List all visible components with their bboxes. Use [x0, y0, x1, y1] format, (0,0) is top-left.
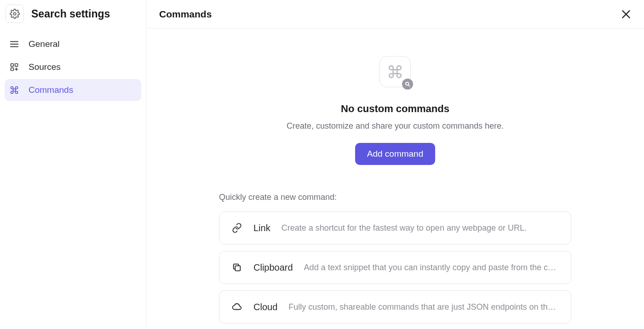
search-badge-icon [402, 79, 413, 90]
sidebar-item-commands[interactable]: Commands [5, 79, 141, 101]
quick-card-desc: Fully custom, shareable commands that ar… [288, 302, 559, 312]
svg-point-0 [13, 12, 16, 15]
sidebar-nav: General Sources Commands [5, 33, 141, 101]
quick-create-label: Quickly create a new command: [219, 193, 571, 202]
quick-card-link[interactable]: Link Create a shortcut for the fastest w… [219, 211, 571, 244]
svg-rect-4 [11, 64, 14, 67]
quick-card-cloud[interactable]: Cloud Fully custom, shareable commands t… [219, 290, 571, 323]
sidebar: Search settings General Sources Commands [0, 0, 146, 329]
svg-rect-11 [235, 266, 240, 271]
sidebar-item-label: Commands [29, 85, 73, 95]
main: Commands No custom commands Create, cust… [146, 0, 644, 329]
quick-card-name: Cloud [253, 302, 277, 312]
link-icon [231, 223, 242, 233]
clipboard-icon [231, 262, 242, 272]
empty-title: No custom commands [341, 103, 449, 115]
empty-subtitle: Create, customize and share your custom … [287, 121, 504, 131]
quick-card-desc: Create a shortcut for the fastest way to… [282, 223, 559, 233]
command-icon [380, 56, 411, 87]
svg-rect-6 [11, 68, 14, 71]
menu-icon [9, 39, 19, 49]
sidebar-item-label: General [29, 39, 60, 49]
sidebar-item-sources[interactable]: Sources [5, 56, 141, 78]
quick-create: Quickly create a new command: Link Creat… [219, 193, 571, 323]
empty-state: No custom commands Create, customize and… [165, 56, 626, 165]
sidebar-title: Search settings [31, 8, 110, 20]
quick-card-name: Link [253, 223, 270, 233]
quick-card-name: Clipboard [253, 262, 293, 273]
sidebar-item-general[interactable]: General [5, 33, 141, 55]
command-icon [9, 85, 19, 95]
cloud-icon [231, 302, 242, 312]
svg-line-10 [408, 85, 410, 86]
quick-card-clipboard[interactable]: Clipboard Add a text snippet that you ca… [219, 251, 571, 284]
svg-rect-5 [15, 64, 18, 67]
page-title: Commands [159, 9, 212, 20]
add-command-button[interactable]: Add command [355, 143, 436, 165]
grid-icon [9, 62, 19, 72]
quick-card-desc: Add a text snippet that you can instantl… [304, 263, 559, 272]
sidebar-item-label: Sources [29, 62, 61, 72]
close-button[interactable] [619, 7, 633, 21]
gear-icon[interactable] [6, 5, 24, 23]
